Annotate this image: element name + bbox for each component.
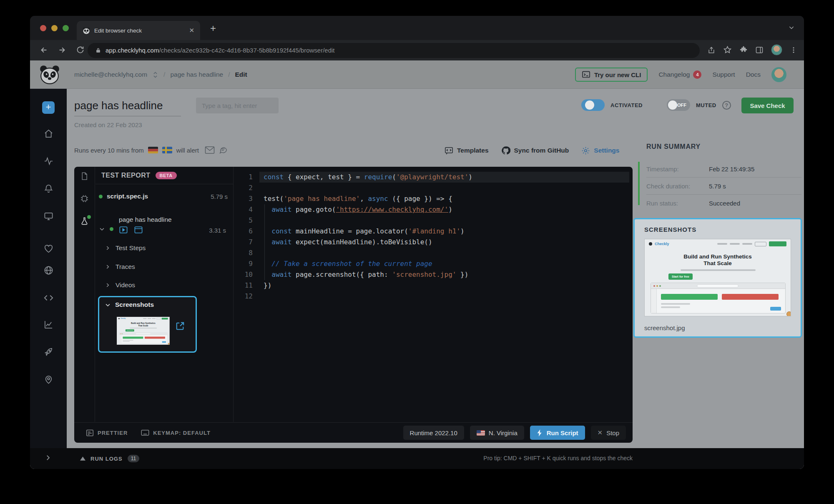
beta-badge: BETA — [156, 172, 177, 179]
open-external-icon[interactable] — [176, 321, 185, 331]
run-logs-bar: RUN LOGS 11 Pro tip: CMD + SHIFT + K qui… — [30, 448, 804, 469]
close-window-button[interactable] — [40, 25, 46, 31]
toggle-knob — [668, 100, 677, 110]
url-domain: app.checklyhq.com — [106, 47, 159, 54]
side-panel-icon[interactable] — [755, 46, 764, 54]
region-selector[interactable]: N. Virginia — [470, 426, 524, 440]
line-number: 2 — [234, 183, 253, 193]
globe-icon — [44, 266, 53, 275]
keymap-button[interactable]: KEYMAP: DEFAULT — [141, 429, 211, 436]
browser-profile-avatar[interactable] — [771, 44, 782, 55]
run-script-button[interactable]: Run Script — [530, 426, 585, 440]
screenshot-thumbnail-large[interactable]: Checkly Build and Run SyntheticsThat Sca… — [644, 239, 791, 316]
forward-icon[interactable] — [58, 45, 67, 55]
prettier-button[interactable]: PRETTIER — [86, 429, 128, 436]
screenshots-panel-highlighted[interactable]: SCREENSHOTS Checkly Build and Run Synthe… — [633, 218, 802, 338]
editor-tool-column — [74, 167, 95, 422]
code-line[interactable]: 11}) — [234, 280, 633, 291]
code-line[interactable]: 7 await expect(mainHeadline).toBeVisible… — [234, 237, 633, 248]
tree-item-videos[interactable]: Videos — [105, 281, 135, 289]
changelog-link[interactable]: Changelog — [658, 71, 690, 78]
save-check-button[interactable]: Save Check — [741, 98, 794, 113]
sidebar-item-analytics[interactable] — [30, 320, 67, 329]
screenshot-thumbnail-small[interactable]: Checkly Build and Run SyntheticsThat Sca… — [117, 317, 170, 345]
sidebar-item-monitoring[interactable] — [30, 156, 67, 166]
address-bar[interactable]: app.checklyhq.com/checks/a2ec932b-c42c-4… — [88, 43, 700, 58]
rail-expand-chevron-icon[interactable] — [44, 454, 52, 461]
sidebar-item-home[interactable] — [30, 129, 67, 138]
sidebar-item-quickstart[interactable] — [30, 347, 67, 357]
sidebar-item-status[interactable] — [30, 244, 67, 253]
screenshots-section-highlighted[interactable]: Screenshots Checkly Build and Run Synthe… — [98, 296, 197, 353]
settings-button[interactable]: Settings — [581, 146, 619, 155]
checkly-panda-logo[interactable] — [39, 65, 60, 84]
code-line[interactable]: 5 — [234, 215, 633, 226]
browser-tab[interactable]: Edit browser check ✕ — [77, 21, 200, 40]
muted-toggle[interactable]: OFF — [667, 99, 690, 111]
line-number: 4 — [234, 204, 253, 215]
support-link[interactable]: Support — [712, 71, 735, 78]
trace-window-icon[interactable] — [134, 226, 143, 234]
video-play-icon[interactable] — [119, 226, 128, 234]
code-icon — [44, 293, 53, 303]
code-line[interactable]: 2 — [234, 183, 633, 193]
bookmark-star-icon[interactable] — [723, 45, 732, 54]
account-updown-chevron-icon[interactable] — [152, 71, 158, 78]
sync-github-button[interactable]: Sync from GitHub — [501, 146, 569, 155]
sidebar-item-locations[interactable] — [30, 375, 67, 384]
tab-close-icon[interactable]: ✕ — [189, 27, 194, 34]
back-icon[interactable] — [39, 45, 48, 55]
files-icon[interactable] — [80, 172, 89, 181]
spec-file-row[interactable]: script.spec.js 5.79 s — [95, 193, 234, 200]
docs-link[interactable]: Docs — [746, 71, 761, 78]
tag-input[interactable] — [196, 98, 279, 113]
browser-menu-kebab-icon[interactable] — [790, 46, 797, 54]
code-line[interactable]: 6 const mainHeadline = page.locator('#la… — [234, 226, 633, 237]
templates-icon — [445, 147, 453, 155]
line-number: 6 — [234, 226, 253, 237]
dependencies-chip-icon[interactable] — [80, 194, 89, 203]
code-line[interactable]: 4 await page.goto('https://www.checklyhq… — [234, 204, 633, 215]
code-line[interactable]: 10 await page.screenshot({ path: 'screen… — [234, 269, 633, 280]
code-line[interactable]: 1const { expect, test } = require('@play… — [234, 172, 633, 183]
tab-search-chevron-icon[interactable] — [788, 24, 795, 31]
sidebar-item-private-locations[interactable] — [30, 266, 67, 275]
user-avatar[interactable] — [771, 67, 786, 82]
share-icon[interactable] — [707, 46, 716, 54]
code-line[interactable]: 12 — [234, 291, 633, 302]
new-tab-button[interactable]: + — [210, 23, 216, 34]
spec-file-time: 5.79 s — [211, 193, 228, 200]
code-line[interactable]: 8 — [234, 248, 633, 258]
sidebar-item-dashboards[interactable] — [30, 211, 67, 221]
run-logs-count-badge: 11 — [128, 455, 139, 462]
chevron-down-icon — [99, 226, 105, 232]
zoom-window-button[interactable] — [63, 25, 69, 31]
runtime-selector[interactable]: Runtime 2022.10 — [403, 426, 464, 440]
reload-icon[interactable] — [76, 45, 85, 54]
sidebar-item-snippets[interactable] — [30, 293, 67, 303]
sidebar-item-alerts[interactable] — [30, 184, 67, 193]
email-alert-icon — [205, 146, 215, 154]
try-cli-button[interactable]: Try our new CLI — [575, 68, 648, 82]
minimize-window-button[interactable] — [51, 25, 58, 31]
code-line[interactable]: 3test('page has headline', async ({ page… — [234, 193, 633, 204]
extensions-puzzle-icon[interactable] — [739, 46, 748, 54]
activated-toggle[interactable]: ON — [581, 99, 605, 111]
templates-button[interactable]: Templates — [445, 147, 489, 155]
screenshot-filename: screenshot.jpg — [644, 324, 685, 331]
schedule-text: Runs every 10 mins from — [74, 147, 144, 154]
tree-item-test-steps[interactable]: Test Steps — [105, 244, 146, 252]
create-new-button[interactable]: + — [30, 101, 67, 114]
browser-url-bar: app.checklyhq.com/checks/a2ec932b-c42c-4… — [30, 40, 804, 60]
breadcrumb-check-name[interactable]: page has headline — [170, 71, 223, 78]
toggle-knob — [585, 100, 594, 110]
line-number: 10 — [234, 269, 253, 280]
run-logs-toggle[interactable]: RUN LOGS 11 — [80, 448, 139, 469]
account-switcher[interactable]: michelle@checklyhq.com — [74, 71, 147, 78]
muted-help-icon[interactable]: ? — [722, 101, 731, 110]
editor-block: TEST REPORT BETA script.spec.js 5.79 s p… — [74, 167, 633, 443]
code-editor[interactable]: 1const { expect, test } = require('@play… — [234, 167, 633, 422]
code-line[interactable]: 9 // Take a screenshot of the current pa… — [234, 258, 633, 269]
tree-item-traces[interactable]: Traces — [105, 263, 135, 271]
stop-button[interactable]: ✕Stop — [591, 426, 626, 440]
